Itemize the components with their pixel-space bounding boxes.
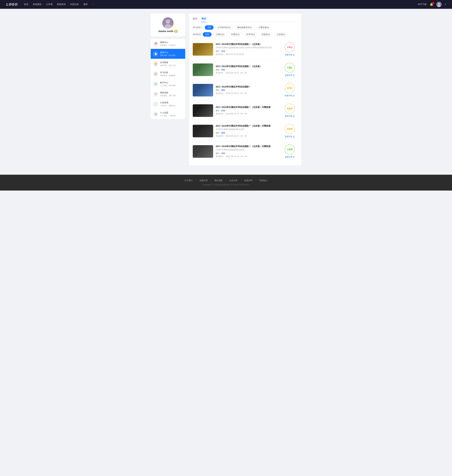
exam-time-exam-1: 考试时间： 2019–05–03 10:09:09 bbox=[216, 53, 279, 56]
exam-list: 2017–2018年行测证件考试全国统一（北京卷） 2018年行测考试是最值得多… bbox=[193, 39, 298, 162]
type-filter-all[interactable]: 全部 bbox=[205, 25, 214, 30]
footer-link-招贤纳士[interactable]: 招贤纳士 bbox=[259, 179, 268, 182]
type-filter-paid[interactable]: 付费批卷(6) bbox=[256, 25, 272, 30]
sidebar-item-orders[interactable]: 📄 订单管理 订单支出，明明白白 bbox=[151, 99, 185, 109]
exam-detail-link-exam-3[interactable]: 查看详情 ❯ bbox=[285, 95, 294, 97]
exam-time-exam-2: 考试时间： 2019–05–03 10：09：09 bbox=[216, 72, 279, 74]
footer-link-免责声明[interactable]: 免责声明 bbox=[244, 179, 253, 182]
status-filter-pending[interactable]: 待考试(2) bbox=[244, 32, 257, 37]
status-filter-reviewed[interactable]: 已批阅(2) bbox=[274, 32, 288, 37]
exam-right-exam-2: 已通过 查看详情 ❯ bbox=[282, 63, 298, 77]
type-filter-cert[interactable]: 证书类考试(4) bbox=[215, 25, 233, 30]
exam-item-exam-5: 2017–2018年行测证件考试全国统一（北京卷）付费批卷 2018年行测考试是… bbox=[193, 121, 298, 141]
nav-link-首页[interactable]: 首页 bbox=[24, 3, 28, 6]
exam-desc-exam-5: 2018年行测考试是最值得多去研究 bbox=[216, 128, 275, 131]
app-download-link[interactable]: APP下载 bbox=[418, 3, 426, 6]
footer-sep-1: | bbox=[196, 179, 196, 182]
profile-card: 🏅 Natalie Smith 图 bbox=[151, 14, 185, 36]
exam-item-exam-6: 2017–2018年行测证件考试全国统一（北京卷）付费批卷 2018年行测考试是… bbox=[193, 141, 298, 162]
menu-icon-messages: 🗨 bbox=[153, 92, 158, 97]
nav-link-题库[interactable]: 题库 bbox=[83, 3, 88, 6]
menu-sub-orders: 订单支出，明明白白 bbox=[160, 104, 183, 107]
svg-point-4 bbox=[166, 20, 170, 24]
exam-info-exam-5: 2017–2018年行测证件考试全国统一（北京卷）付费批卷 2018年行测考试是… bbox=[216, 125, 279, 137]
exam-title-exam-4: 2017–2018年行测证件考试全国统一（北京卷）付费批卷 bbox=[216, 106, 279, 109]
exam-detail-link-exam-5[interactable]: 查看详情 ❯ bbox=[285, 135, 294, 138]
sidebar-item-messages[interactable]: 🗨 我的消息 消息通知，及时了解 bbox=[151, 89, 185, 99]
footer-links: 关于我们|加盟代理|网站地图|合作伙伴|免责声明|招贤纳士 bbox=[3, 179, 449, 182]
status-filter-all[interactable]: 全部 bbox=[203, 32, 212, 37]
sidebar: 🏅 Natalie Smith 图 📅 课程中心 精彩课程，不容错过 📋 题库中… bbox=[151, 14, 185, 165]
exam-thumb-exam-3 bbox=[193, 84, 213, 96]
nav-link-发现课程[interactable]: 发现课程 bbox=[33, 3, 42, 6]
top-tabs: 题库考试 bbox=[193, 17, 298, 22]
exam-score-exam-6: 得分：25分 bbox=[216, 152, 279, 155]
exam-item-exam-4: 2017–2018年行测证件考试全国统一（北京卷）付费批卷 得分：25分 考试时… bbox=[193, 100, 298, 121]
nav-link-新闻资讯[interactable]: 新闻资讯 bbox=[57, 3, 66, 6]
exam-title-exam-2: 2017–2018年行测证件考试全国统一（北京卷） bbox=[216, 65, 279, 68]
menu-sub-certificate: 收获荣誉，持证上岗 bbox=[160, 64, 183, 67]
exam-stamp-exam-3: 待考试 bbox=[285, 83, 295, 93]
tab-question-bank-tab[interactable]: 题库 bbox=[193, 17, 197, 22]
menu-icon-settings: ⚙ bbox=[153, 112, 158, 117]
tab-exam-tab[interactable]: 考试 bbox=[201, 17, 206, 22]
exam-info-exam-2: 2017–2018年行测证件考试全国统一（北京卷） 得分：99分 考试时间： 2… bbox=[216, 65, 279, 74]
nav-link-问答社区[interactable]: 问答社区 bbox=[70, 3, 79, 6]
nav-link-···[interactable]: ··· bbox=[92, 3, 94, 6]
exam-info-exam-1: 2017–2018年行测证件考试全国统一（北京卷） 2018年行测考试是最值得多… bbox=[216, 43, 279, 56]
exam-detail-link-exam-2[interactable]: 查看详情 ❯ bbox=[285, 74, 294, 77]
exam-info-exam-3: 2017–2018年行测证件考试全国统一 得分：99分 考试时间： 2019–0… bbox=[216, 85, 279, 95]
footer-sep-4: | bbox=[241, 179, 241, 182]
menu-sub-settings: 个人信息，一键管理 bbox=[160, 115, 183, 117]
nav-links: 首页发现课程公开课新闻资讯问答社区题库··· bbox=[24, 3, 418, 6]
exam-thumb-exam-6 bbox=[193, 145, 213, 158]
user-avatar[interactable] bbox=[436, 2, 442, 7]
exam-stamp-exam-6: 已批阅 bbox=[285, 144, 295, 154]
menu-icon-course-center: 📅 bbox=[153, 41, 158, 46]
footer-link-合作伙伴[interactable]: 合作伙伴 bbox=[229, 179, 238, 182]
status-filter-label: 考试状态 bbox=[193, 33, 201, 36]
exam-stamp-exam-1: 未通过 bbox=[285, 42, 295, 52]
exam-right-exam-5: 待批阅 查看详情 ❯ bbox=[282, 124, 298, 138]
exam-stamp-exam-4: 待批阅 bbox=[285, 103, 295, 114]
footer-link-网站地图[interactable]: 网站地图 bbox=[214, 179, 223, 182]
type-filter-random[interactable]: 随机抽题考试(5) bbox=[235, 25, 254, 30]
footer-link-关于我们[interactable]: 关于我们 bbox=[184, 179, 193, 182]
sidebar-item-question-bank[interactable]: 📋 题库中心 海量习题，助力通关 bbox=[151, 49, 185, 59]
menu-sub-qa: 课后重温，疑难解答 bbox=[160, 74, 183, 77]
menu-icon-qa: 💬 bbox=[153, 71, 158, 76]
exam-thumb-exam-2 bbox=[193, 63, 213, 76]
exam-right-exam-6: 已批阅 查看详情 ❯ bbox=[282, 144, 298, 158]
sidebar-item-settings[interactable]: ⚙ 个人设置 个人信息，一键管理 bbox=[151, 109, 185, 119]
menu-sub-messages: 消息通知，及时了解 bbox=[160, 95, 183, 97]
exam-detail-link-exam-6[interactable]: 查看详情 ❯ bbox=[285, 156, 294, 158]
logo[interactable]: LOGO bbox=[6, 2, 18, 7]
notification-bell[interactable]: 🔔 1 bbox=[430, 3, 433, 6]
menu-sub-course-center: 精彩课程，不容错过 bbox=[160, 44, 183, 47]
exam-detail-link-exam-1[interactable]: 查看详情 ❯ bbox=[285, 54, 294, 56]
exam-thumb-exam-5 bbox=[193, 125, 213, 137]
menu-title-settings: 个人设置 bbox=[160, 111, 183, 114]
sidebar-item-course-center[interactable]: 📅 课程中心 精彩课程，不容错过 bbox=[151, 39, 185, 49]
user-menu-chevron[interactable]: ▾ bbox=[445, 3, 446, 6]
footer-link-加盟代理[interactable]: 加盟代理 bbox=[199, 179, 208, 182]
nav-link-公开课[interactable]: 公开课 bbox=[46, 3, 53, 6]
exam-desc-exam-1: 2018年行测考试是最值得多去研究 2018年行测考试是最值得多去研究 2018… bbox=[216, 46, 275, 49]
footer-copyright: Copyright© 云朵商学院 版权所有 京ICP备17051340号–1 bbox=[3, 184, 449, 186]
menu-icon-certificate: 🏆 bbox=[153, 61, 158, 67]
sidebar-item-account[interactable]: 💎 账户中心 个人权益，实时掌握 bbox=[151, 79, 185, 89]
exam-right-exam-1: 未通过 查看详情 ❯ bbox=[282, 42, 298, 56]
type-filter-row: 考试类型：全部证书类考试(4)随机抽题考试(5)付费批卷(6) bbox=[193, 25, 298, 30]
svg-point-2 bbox=[437, 5, 440, 7]
exam-item-exam-1: 2017–2018年行测证件考试全国统一（北京卷） 2018年行测考试是最值得多… bbox=[193, 39, 298, 60]
status-filter-passed[interactable]: 已通过(2) bbox=[213, 32, 227, 37]
sidebar-item-certificate[interactable]: 🏆 证书荣誉 收获荣誉，持证上岗 bbox=[151, 59, 185, 69]
exam-time-exam-4: 考试时间： 2019–05–03 10：09：09 bbox=[216, 112, 279, 115]
exam-detail-link-exam-4[interactable]: 查看详情 ❯ bbox=[285, 115, 294, 117]
exam-title-exam-3: 2017–2018年行测证件考试全国统一 bbox=[216, 85, 279, 88]
footer-sep-2: | bbox=[211, 179, 211, 182]
exam-title-exam-1: 2017–2018年行测证件考试全国统一（北京卷） bbox=[216, 43, 279, 46]
status-filter-wait-review[interactable]: 待批阅(2) bbox=[259, 32, 273, 37]
sidebar-item-qa[interactable]: 💬 学习问答 课后重温，疑难解答 bbox=[151, 69, 185, 79]
status-filter-failed[interactable]: 未通过(2) bbox=[229, 32, 242, 37]
